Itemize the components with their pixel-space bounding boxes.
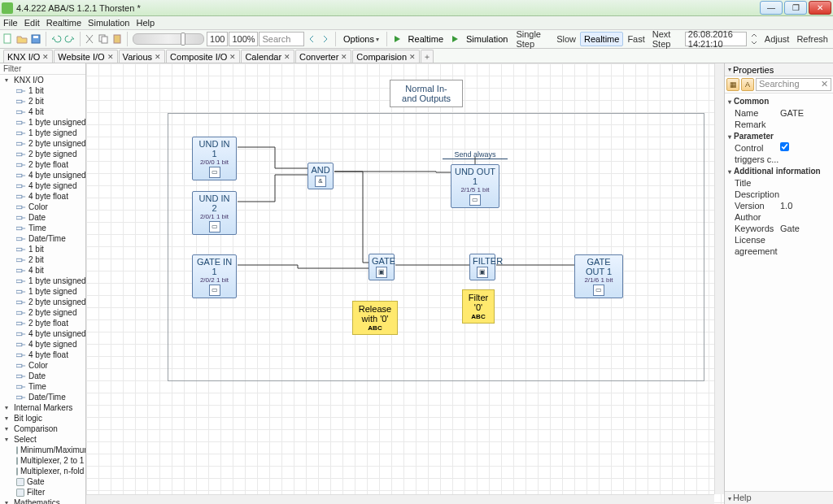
realtime-speed-button[interactable]: Realtime — [580, 32, 623, 46]
prop-section-common[interactable]: Common — [725, 95, 833, 107]
tree-item[interactable]: Filter — [0, 487, 85, 497]
timestamp-step-icon[interactable] — [748, 32, 761, 46]
close-icon[interactable]: ✕ — [341, 53, 347, 61]
window-maximize-button[interactable]: ❐ — [784, 1, 807, 15]
clear-icon[interactable]: ✕ — [821, 79, 828, 89]
tree-item[interactable]: 4 byte float — [0, 350, 85, 360]
tree-group[interactable]: Bit logic — [0, 413, 85, 424]
tree-item[interactable]: 4 bit — [0, 265, 85, 276]
node-und-in-2[interactable]: UND IN 22/0/1 1 bit ▭ — [192, 191, 237, 235]
tree-item[interactable]: Minimum/Maximum — [0, 445, 85, 455]
prop-section-parameter[interactable]: Parameter — [725, 130, 833, 142]
timestamp-field[interactable]: 26.08.2016 14:21:10 — [685, 32, 747, 46]
prop-author-value[interactable] — [780, 211, 831, 223]
toolbar-paste-icon[interactable] — [111, 32, 124, 46]
menu-file[interactable]: File — [3, 18, 18, 28]
tree-item[interactable]: Date — [0, 371, 85, 381]
tab-comparision[interactable]: Comparision✕ — [352, 50, 420, 63]
tree-item[interactable]: 4 bit — [0, 106, 85, 117]
node-gate[interactable]: GATE▣ — [369, 254, 395, 280]
canvas-scrollbar-vertical[interactable] — [714, 63, 724, 494]
toolbar-play-icon[interactable] — [390, 32, 403, 46]
node-gate-out-1[interactable]: GATE OUT 12/1/6 1 bit ▭ — [574, 254, 623, 298]
toolbar-cut-icon[interactable] — [83, 32, 96, 46]
tree-item[interactable]: 4 byte signed — [0, 339, 85, 350]
adjust-button[interactable]: Adjust — [761, 34, 793, 44]
tab-converter[interactable]: Converter✕ — [295, 50, 351, 63]
toolbar-undo-icon[interactable] — [50, 32, 63, 46]
close-icon[interactable]: ✕ — [409, 53, 416, 61]
tab-composite-io[interactable]: Composite I/O✕ — [166, 50, 240, 63]
tab-various[interactable]: Various✕ — [119, 50, 165, 63]
tree-item[interactable]: 2 bit — [0, 96, 85, 106]
prop-version-value[interactable]: 1.0 — [780, 200, 831, 211]
tree-item[interactable]: Multiplexer, 2 to 1 — [0, 455, 85, 466]
node-und-in-1[interactable]: UND IN 12/0/0 1 bit ▭ — [192, 137, 237, 180]
tree-item[interactable]: Date/Time — [0, 233, 85, 244]
prop-name-value[interactable]: GATE — [780, 107, 831, 119]
prop-control-triggers-checkbox[interactable] — [780, 142, 789, 151]
tree-group[interactable]: KNX I/O — [0, 75, 85, 85]
toolbar-open-icon[interactable] — [15, 32, 28, 46]
prop-license-value[interactable] — [780, 234, 831, 257]
note-release[interactable]: Release with '0'ABC — [352, 301, 398, 335]
tab-website-io[interactable]: Website I/O✕ — [54, 50, 117, 63]
next-step-label[interactable]: Next Step — [649, 29, 684, 49]
zoom-value-input[interactable]: 100 — [207, 32, 229, 46]
close-icon[interactable]: ✕ — [284, 53, 290, 61]
menu-realtime[interactable]: Realtime — [46, 18, 81, 28]
toolbar-new-icon[interactable] — [2, 32, 15, 46]
close-icon[interactable]: ✕ — [107, 53, 114, 61]
options-button[interactable]: Options▾ — [339, 32, 383, 46]
prop-desc-value[interactable] — [780, 189, 831, 200]
tree-item[interactable]: 4 byte signed — [0, 180, 85, 191]
toolbar-search-next-icon[interactable] — [319, 32, 332, 46]
tree-group[interactable]: Select — [0, 434, 85, 445]
tree-item[interactable]: 1 byte signed — [0, 286, 85, 297]
refresh-button[interactable]: Refresh — [793, 34, 831, 44]
tree-item[interactable]: 2 byte unsigned — [0, 138, 85, 149]
prop-section-additional[interactable]: Additional information — [725, 165, 833, 177]
tree-item[interactable]: 1 byte unsigned — [0, 117, 85, 128]
prop-sort-az-icon[interactable]: A — [741, 78, 754, 91]
tree-item[interactable]: 1 byte signed — [0, 128, 85, 138]
tree-item[interactable]: 2 byte signed — [0, 149, 85, 159]
tree-item[interactable]: Time — [0, 223, 85, 233]
tree-item[interactable]: 4 byte unsigned — [0, 170, 85, 180]
window-minimize-button[interactable]: — — [760, 1, 783, 15]
tree-item[interactable]: 2 byte signed — [0, 307, 85, 318]
canvas-scrollbar-horizontal[interactable] — [86, 494, 714, 504]
tree-item[interactable]: Date — [0, 212, 85, 223]
tree-item[interactable]: 1 bit — [0, 244, 85, 254]
tree-item[interactable]: Color — [0, 202, 85, 212]
tree-item[interactable]: 4 byte unsigned — [0, 328, 85, 339]
prop-keywords-value[interactable]: Gate — [780, 223, 831, 234]
realtime-mode-button[interactable]: Realtime — [404, 32, 447, 46]
close-icon[interactable]: ✕ — [155, 53, 161, 61]
toolbox-tree[interactable]: KNX I/O1 bit2 bit4 bit1 byte unsigned1 b… — [0, 75, 85, 504]
search-input[interactable]: Search — [259, 32, 304, 46]
menu-help[interactable]: Help — [136, 18, 155, 28]
single-step-label[interactable]: Single Step — [512, 29, 552, 49]
tree-group[interactable]: Internal Markers — [0, 402, 85, 413]
tree-item[interactable]: 1 bit — [0, 85, 85, 96]
tree-item[interactable]: Color — [0, 360, 85, 371]
prop-sort-cat-icon[interactable]: ▦ — [726, 78, 739, 91]
diagram-canvas[interactable]: Normal In- and Outputs UND IN 12/0/0 1 b… — [86, 63, 724, 504]
tree-item[interactable]: Time — [0, 381, 85, 392]
prop-title-value[interactable] — [780, 177, 831, 189]
menu-simulation[interactable]: Simulation — [88, 18, 129, 28]
tree-item[interactable]: 2 byte float — [0, 159, 85, 170]
toolbar-copy-icon[interactable] — [97, 32, 110, 46]
node-and[interactable]: AND& — [307, 163, 334, 189]
zoom-slider[interactable] — [133, 33, 203, 45]
simulation-mode-button[interactable]: Simulation — [462, 32, 512, 46]
tree-item[interactable]: 4 byte float — [0, 191, 85, 202]
tab-add-button[interactable]: ＋ — [421, 50, 434, 63]
tree-item[interactable]: 2 byte float — [0, 318, 85, 328]
tree-item[interactable]: 1 byte unsigned — [0, 276, 85, 286]
toolbar-search-prev-icon[interactable] — [305, 32, 318, 46]
node-gate-in-1[interactable]: GATE IN 12/0/2 1 bit ▭ — [192, 254, 237, 298]
toolbar-play2-icon[interactable] — [448, 32, 461, 46]
tree-group[interactable]: Mathematics — [0, 497, 85, 504]
